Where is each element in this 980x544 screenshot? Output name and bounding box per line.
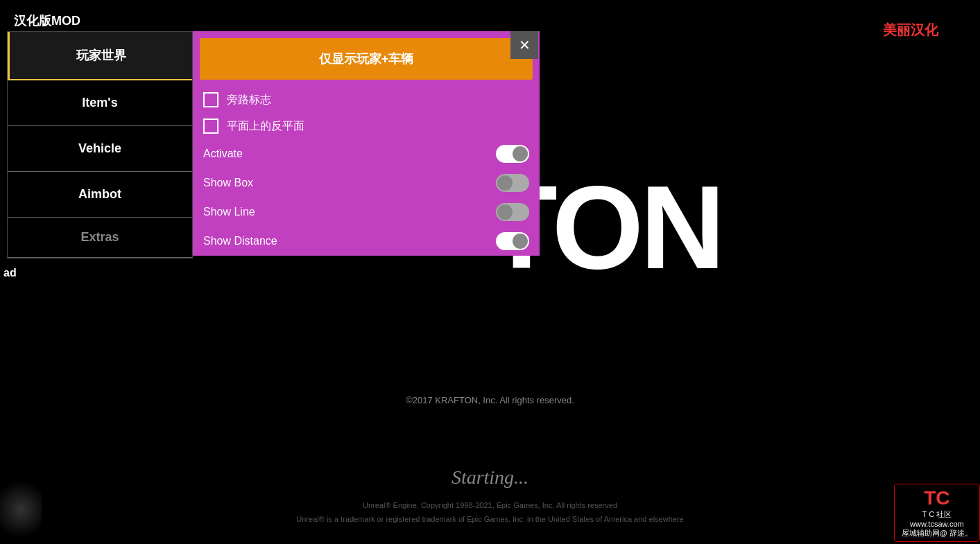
tc-badge-container: TC T C 社区 www.tcsaw.com 屋城辅助网@ 辞途。 (827, 482, 980, 544)
checkbox-flat-plane-row: 平面上的反平面 (193, 113, 540, 139)
tc-logo-text: TC (902, 487, 972, 509)
tc-community-label: T C 社区 (902, 509, 972, 520)
show-distance-toggle-row: Show Distance (193, 227, 540, 256)
show-distance-toggle[interactable] (496, 232, 529, 250)
top-right-brand: 美丽汉化 (883, 21, 938, 40)
copyright-text: ©2017 KRAFTON, Inc. All rights reserved. (0, 395, 980, 405)
sidebar-item-aimbot[interactable]: Aimbot (8, 172, 192, 218)
close-icon: ✕ (519, 37, 531, 53)
show-box-toggle[interactable] (496, 174, 529, 192)
tc-tagline: 屋城辅助网@ 辞途。 (902, 528, 972, 538)
flat-plane-checkbox[interactable] (203, 119, 218, 134)
sidebar-item-items[interactable]: Item's (8, 80, 192, 126)
activate-toggle-knob (513, 146, 528, 161)
activate-label: Activate (203, 148, 243, 160)
character-silhouette (0, 482, 42, 544)
show-box-label: Show Box (203, 177, 253, 189)
show-line-toggle-knob (497, 204, 513, 220)
show-players-vehicles-button[interactable]: 仅显示玩家+车辆 (200, 38, 533, 80)
sidebar-item-player-world[interactable]: 玩家世界 (8, 32, 192, 80)
flat-plane-label: 平面上的反平面 (227, 119, 304, 134)
tc-badge: TC T C 社区 www.tcsaw.com 屋城辅助网@ 辞途。 (894, 484, 980, 542)
show-distance-toggle-knob (513, 234, 528, 249)
sidebar-item-extras[interactable]: Extras (8, 218, 192, 258)
main-panel: 仅显示玩家+车辆 旁路标志 平面上的反平面 Activate Show Box … (193, 31, 540, 256)
show-line-toggle[interactable] (496, 203, 529, 221)
bypass-marker-label: 旁路标志 (227, 93, 271, 107)
sidebar-partial-ad: ad (0, 263, 20, 283)
sidebar-item-items-label: Item's (82, 96, 117, 109)
activate-toggle[interactable] (496, 145, 529, 163)
show-distance-label: Show Distance (203, 235, 277, 247)
close-button[interactable]: ✕ (510, 31, 538, 59)
checkbox-bypass-marker-row: 旁路标志 (193, 87, 540, 113)
activate-toggle-row: Activate (193, 139, 540, 168)
sidebar-item-extras-label: Extras (80, 230, 119, 244)
sidebar-item-vehicle[interactable]: Vehicle (8, 126, 192, 172)
tc-url: www.tcsaw.com (902, 520, 972, 528)
bypass-marker-checkbox[interactable] (203, 92, 218, 107)
show-line-toggle-row: Show Line (193, 198, 540, 227)
sidebar-item-aimbot-label: Aimbot (78, 187, 121, 201)
show-line-label: Show Line (203, 206, 255, 218)
sidebar-item-player-world-label: 玩家世界 (76, 49, 126, 62)
show-box-toggle-row: Show Box (193, 168, 540, 198)
show-box-toggle-knob (497, 175, 513, 191)
app-title: 汉化版MOD (14, 12, 80, 29)
sidebar-item-vehicle-label: Vehicle (78, 141, 121, 155)
sidebar: 玩家世界 Item's Vehicle Aimbot Extras (7, 31, 193, 258)
